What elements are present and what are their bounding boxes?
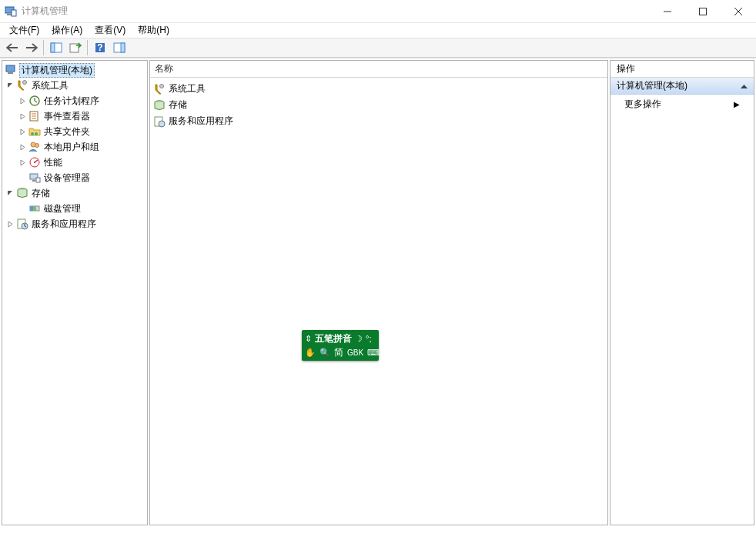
tree-root-label: 计算机管理(本地) (19, 63, 95, 78)
ime-keyboard-icon[interactable]: ⌨ (367, 348, 380, 358)
collapse-icon[interactable] (5, 81, 15, 90)
tree-disk-management[interactable]: 磁盘管理 (2, 201, 147, 216)
svg-rect-34 (33, 206, 36, 211)
collapse-icon[interactable] (741, 81, 748, 92)
list-item[interactable]: 系统工具 (152, 81, 606, 97)
svg-rect-14 (6, 65, 15, 72)
maximize-button[interactable] (685, 0, 721, 22)
tree-event-viewer[interactable]: 事件查看器 (2, 108, 147, 124)
svg-rect-13 (121, 43, 125, 52)
window-title: 计算机管理 (22, 5, 650, 18)
svg-point-27 (34, 162, 35, 163)
tree-performance-label: 性能 (42, 156, 64, 169)
computer-icon (5, 64, 18, 76)
back-button[interactable] (3, 39, 21, 56)
svg-rect-30 (36, 178, 40, 182)
action-pane-header: 操作 (610, 61, 754, 78)
performance-icon (28, 156, 41, 168)
toolbar-separator (43, 40, 44, 55)
device-manager-icon (28, 172, 41, 184)
action-more-operations[interactable]: 更多操作 ▶ (610, 95, 754, 113)
svg-text:?: ? (97, 42, 102, 53)
tree-storage[interactable]: 存储 (2, 185, 147, 201)
menubar: 文件(F) 操作(A) 查看(V) 帮助(H) (0, 23, 756, 38)
svg-rect-4 (700, 8, 707, 15)
services-icon (153, 115, 166, 128)
svg-point-16 (23, 81, 27, 85)
forward-button[interactable] (22, 39, 40, 56)
tree-event-viewer-label: 事件查看器 (42, 110, 92, 123)
expand-icon[interactable] (5, 219, 15, 228)
storage-icon (153, 99, 166, 112)
tree-local-users-label: 本地用户和组 (42, 141, 101, 154)
svg-point-24 (31, 142, 35, 147)
app-icon (5, 5, 17, 18)
tree-services-apps[interactable]: 服务和应用程序 (2, 216, 147, 232)
tree-disk-management-label: 磁盘管理 (42, 202, 82, 215)
tree: 计算机管理(本地) 系统工具 任务计划程序 事件查看器 共享文件夹 (2, 61, 147, 233)
tree-pane: 计算机管理(本地) 系统工具 任务计划程序 事件查看器 共享文件夹 (2, 60, 148, 525)
list-item-label: 服务和应用程序 (169, 115, 233, 128)
action-section-header[interactable]: 计算机管理(本地) (610, 78, 754, 95)
ime-moon-icon[interactable]: ☽ (355, 334, 363, 344)
list-item[interactable]: 存储 (152, 97, 606, 113)
tree-task-scheduler[interactable]: 任务计划程序 (2, 93, 147, 108)
list-header-name: 名称 (155, 62, 173, 75)
tree-local-users[interactable]: 本地用户和组 (2, 139, 147, 155)
list-column-header[interactable]: 名称 (150, 61, 607, 78)
tree-shared-folders[interactable]: 共享文件夹 (2, 124, 147, 139)
list-pane: 名称 系统工具 存储 服务和应用程序 ⇕ 五笔拼音 ☽ °; (149, 60, 608, 525)
storage-icon (16, 187, 28, 199)
tree-storage-label: 存储 (30, 187, 52, 200)
svg-rect-29 (32, 180, 35, 182)
collapse-icon[interactable] (5, 188, 15, 198)
tree-system-tools[interactable]: 系统工具 (2, 78, 147, 93)
show-hide-action-pane-button[interactable] (110, 39, 128, 56)
list-item-label: 存储 (169, 98, 187, 112)
titlebar: 计算机管理 (0, 0, 756, 23)
expand-icon[interactable] (18, 158, 27, 167)
ime-name: 五笔拼音 (315, 332, 352, 345)
tree-device-manager-label: 设备管理器 (42, 172, 92, 185)
show-hide-tree-button[interactable] (47, 39, 65, 56)
tree-device-manager[interactable]: 设备管理器 (2, 170, 147, 185)
ime-toolbar[interactable]: ⇕ 五笔拼音 ☽ °; ✋ 🔍 简 GBK ⌨ (302, 330, 379, 361)
tree-performance[interactable]: 性能 (2, 155, 147, 170)
export-list-button[interactable] (66, 39, 84, 56)
services-icon (16, 218, 28, 230)
svg-point-22 (31, 132, 34, 135)
svg-point-37 (160, 84, 164, 88)
tree-root[interactable]: 计算机管理(本地) (2, 62, 147, 78)
ime-punct-icon[interactable]: °; (366, 334, 371, 343)
ime-mode[interactable]: 简 (334, 346, 343, 359)
menu-action[interactable]: 操作(A) (45, 23, 89, 38)
svg-rect-2 (12, 10, 16, 16)
tree-services-apps-label: 服务和应用程序 (30, 218, 98, 231)
help-button[interactable]: ? (91, 39, 109, 56)
list-item-label: 系统工具 (169, 82, 206, 95)
ime-expand-icon[interactable]: ⇕ (305, 334, 312, 344)
chevron-right-icon: ▶ (734, 100, 740, 108)
svg-rect-15 (8, 72, 13, 74)
action-more-label: 更多操作 (624, 98, 661, 111)
ime-hand-icon[interactable]: ✋ (305, 348, 316, 358)
menu-file[interactable]: 文件(F) (3, 23, 45, 38)
expand-icon[interactable] (18, 112, 27, 121)
expand-icon[interactable] (18, 142, 27, 152)
tree-shared-folders-label: 共享文件夹 (42, 125, 92, 138)
expand-icon[interactable] (18, 96, 27, 105)
menu-help[interactable]: 帮助(H) (132, 23, 176, 38)
users-icon (28, 141, 41, 153)
svg-rect-33 (30, 206, 33, 211)
list-item[interactable]: 服务和应用程序 (152, 113, 606, 129)
ime-search-icon[interactable]: 🔍 (319, 348, 330, 358)
minimize-button[interactable] (650, 0, 685, 22)
toolbar-separator (87, 40, 88, 55)
close-button[interactable] (721, 0, 756, 22)
content-area: 计算机管理(本地) 系统工具 任务计划程序 事件查看器 共享文件夹 (0, 58, 756, 527)
action-section-title: 计算机管理(本地) (617, 79, 687, 92)
clock-icon (28, 95, 41, 107)
ime-charset[interactable]: GBK (347, 348, 363, 357)
expand-icon[interactable] (18, 127, 27, 136)
menu-view[interactable]: 查看(V) (89, 23, 132, 38)
